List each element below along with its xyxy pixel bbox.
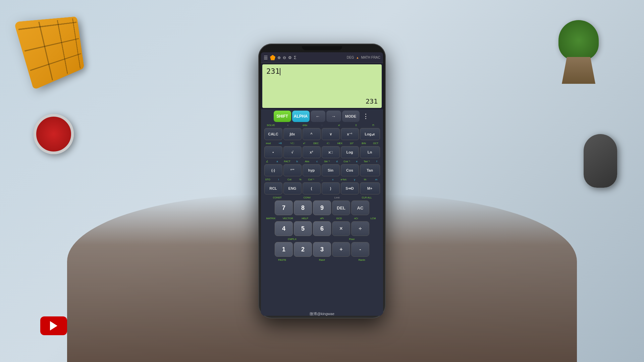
three-button[interactable]: 3	[313, 242, 331, 257]
annotations-3: ∠ a FACT b Abs c Sin⁻¹ d Cos⁻¹ e Tan⁻¹ f	[262, 159, 382, 164]
ann-limit: Limit	[322, 196, 352, 199]
rcl-button[interactable]: RCL	[264, 182, 282, 194]
sqrt-button[interactable]: √	[283, 146, 302, 158]
annotations-1: SOLVE = d/dx : x! Σ Π	[262, 123, 382, 127]
ann-xi: x!	[330, 124, 347, 127]
alpha-button[interactable]: ALPHA	[292, 111, 310, 122]
divide-button[interactable]: ÷	[351, 221, 369, 236]
phone-screen: ☰ ⊕ ⊖ ⚙ Σ DEG ▲ MATH FRAC 231 231 SHIFT	[261, 52, 383, 316]
ann-xcube: x³	[298, 142, 310, 145]
annotations-2: mod +R ⁿ√□ x³ DEC √□ HEX 10ˣ BIN OCT	[262, 141, 382, 145]
up-button[interactable]: ^	[303, 128, 321, 140]
display-input: 231	[266, 67, 378, 75]
xinv-button[interactable]: x⁻¹	[341, 128, 359, 140]
ann-fact: FACT	[282, 160, 292, 163]
eight-button[interactable]: 8	[294, 200, 312, 215]
sigma-icon[interactable]: Σ	[294, 55, 296, 60]
mouse-decoration	[584, 134, 617, 188]
row-trig: (-) °'" hyp Sin Cos Tan	[262, 164, 382, 176]
settings-icon[interactable]: ⚙	[288, 55, 292, 60]
del-button[interactable]: DEL	[332, 200, 350, 215]
row-789: 7 8 9 DEL AC	[262, 200, 382, 215]
plus-button[interactable]: +	[332, 242, 350, 257]
xsq-button[interactable]: x²	[303, 146, 321, 158]
log-button[interactable]: Log	[341, 146, 359, 158]
ann-npr: nPr	[314, 217, 331, 220]
plant-decoration	[553, 20, 604, 87]
menu-icon[interactable]: ☰	[264, 55, 268, 60]
ann-bin: BIN	[358, 142, 370, 145]
ann-colon: :	[314, 124, 331, 127]
row-shift-alpha: SHIFT ALPHA ← → MODE ⋮	[262, 111, 382, 122]
ann-d: d	[332, 160, 342, 163]
deg-badge: DEG	[347, 56, 354, 59]
ann-rannum: Ran#	[302, 258, 342, 261]
ann-pct: %	[295, 178, 306, 181]
ann-x: x	[327, 178, 338, 181]
calc-button[interactable]: CALC	[264, 128, 282, 140]
row-calc: CALC ∫dx ^ ∨ x⁻¹ Logₐx	[262, 128, 382, 140]
ann-c: c	[312, 160, 322, 163]
ac-button[interactable]: AC	[351, 200, 369, 215]
eng-button[interactable]: ENG	[283, 182, 302, 194]
sd-button[interactable]: S⇔D	[341, 182, 359, 194]
loga-button[interactable]: Logₐx	[360, 128, 380, 140]
integral-button[interactable]: ∫dx	[283, 128, 302, 140]
deg2-button[interactable]: °'"	[283, 164, 302, 176]
hyp-button[interactable]: hyp	[303, 164, 321, 176]
minus-circle-icon[interactable]: ⊖	[283, 55, 286, 60]
right-arrow-button[interactable]: →	[326, 111, 341, 122]
ann-lcm: LCM	[365, 217, 382, 220]
row-123: 1 2 3 + -	[262, 242, 382, 257]
ann-ten: 10ˣ	[346, 142, 358, 145]
neg-button[interactable]: (-)	[264, 164, 282, 176]
one-button[interactable]: 1	[275, 242, 293, 257]
cos-button[interactable]: Cos	[341, 164, 359, 176]
phone: ☰ ⊕ ⊖ ⚙ Σ DEG ▲ MATH FRAC 231 231 SHIFT	[258, 44, 386, 318]
mplus-button[interactable]: M+	[360, 182, 380, 194]
ann-abcy: a^b/c	[338, 178, 349, 181]
ann-help: HELP	[297, 217, 314, 220]
seven-button[interactable]: 7	[275, 200, 293, 215]
triangle-icon: ▲	[356, 56, 359, 59]
mode-button[interactable]: MODE	[342, 111, 360, 122]
ann-a: a	[272, 160, 282, 163]
xbox-button[interactable]: x□	[322, 146, 340, 158]
ann-sto: STO	[262, 178, 273, 181]
ann-ncr: nCr	[347, 217, 365, 220]
lparen-button[interactable]: (	[303, 182, 321, 194]
annotations-5: CONST CONV Limit CLR ALL	[262, 195, 382, 200]
ann-f: f	[372, 160, 382, 163]
shift-button[interactable]: SHIFT	[274, 111, 291, 122]
ann-paste: PASTE	[262, 258, 302, 261]
multiply-button[interactable]: ×	[332, 221, 350, 236]
nine-button[interactable]: 9	[313, 200, 331, 215]
minus-button[interactable]: -	[351, 242, 369, 257]
six-button[interactable]: 6	[313, 221, 331, 236]
calculator-display: 231 231	[262, 64, 382, 108]
four-button[interactable]: 4	[275, 221, 293, 236]
ann-mod: mod	[262, 142, 274, 145]
rparen-button[interactable]: )	[322, 182, 340, 194]
add-circle-icon[interactable]: ⊕	[277, 55, 281, 60]
ann-tan1: Tan⁻¹	[362, 160, 372, 163]
left-arrow-button[interactable]: ←	[311, 111, 325, 122]
youtube-logo	[40, 316, 67, 335]
ann-hex: HEX	[334, 142, 346, 145]
ann-sum: Σ	[347, 124, 365, 127]
ann-cos1: Cos⁻¹	[342, 160, 352, 163]
math-frac-badge: MATH FRAC	[361, 56, 380, 59]
ann-plusr: +R	[274, 142, 286, 145]
down-button[interactable]: ∨	[322, 128, 340, 140]
annotations-4: STO i Cot % Cot⁻¹ , x a^b/c y M- m	[262, 177, 382, 182]
ann-cmplx: CMPLX	[262, 238, 322, 241]
gem-icon[interactable]	[270, 55, 275, 60]
ln-button[interactable]: Ln	[360, 146, 380, 158]
box-button[interactable]: ▪	[264, 146, 282, 158]
tan-button[interactable]: Tan	[360, 164, 380, 176]
two-button[interactable]: 2	[294, 242, 312, 257]
more-button[interactable]: ⋮	[361, 111, 371, 122]
five-button[interactable]: 5	[294, 221, 312, 236]
ann-vector: VECTOR	[279, 217, 297, 220]
sin-button[interactable]: Sin	[322, 164, 340, 176]
